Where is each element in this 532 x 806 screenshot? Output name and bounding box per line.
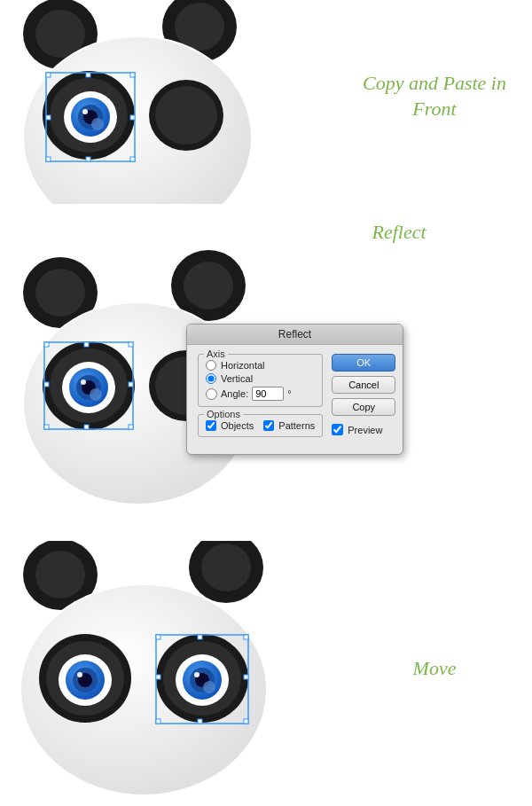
svg-point-26 bbox=[35, 269, 85, 317]
svg-rect-69 bbox=[244, 719, 248, 724]
svg-rect-9 bbox=[46, 73, 51, 77]
copy-paste-label: Copy and Paste in Front bbox=[355, 71, 514, 121]
cancel-button[interactable]: Cancel bbox=[332, 376, 395, 394]
svg-rect-71 bbox=[198, 719, 202, 724]
objects-label: Objects bbox=[221, 420, 254, 431]
svg-rect-40 bbox=[44, 382, 49, 387]
svg-point-79 bbox=[203, 681, 215, 693]
svg-point-24 bbox=[155, 86, 217, 145]
angle-label: Angle: bbox=[221, 388, 248, 399]
copy-button[interactable]: Copy bbox=[332, 398, 395, 416]
svg-point-46 bbox=[81, 380, 86, 385]
panda-1 bbox=[0, 0, 275, 204]
reflect-label: Reflect bbox=[319, 220, 479, 246]
svg-rect-66 bbox=[156, 635, 160, 639]
section-1: Copy and Paste in Front bbox=[0, 0, 532, 204]
objects-checkbox[interactable] bbox=[206, 420, 216, 431]
angle-radio[interactable] bbox=[206, 388, 217, 400]
svg-rect-73 bbox=[244, 675, 248, 679]
horizontal-label: Horizontal bbox=[221, 360, 265, 371]
svg-rect-36 bbox=[44, 425, 49, 429]
svg-rect-14 bbox=[86, 157, 90, 161]
svg-point-21 bbox=[82, 109, 88, 114]
svg-rect-15 bbox=[46, 115, 51, 120]
section-2: Reflect bbox=[0, 204, 532, 541]
svg-point-22 bbox=[91, 118, 104, 130]
svg-point-53 bbox=[201, 544, 251, 591]
svg-rect-37 bbox=[129, 425, 133, 429]
svg-point-3 bbox=[175, 3, 224, 51]
svg-rect-13 bbox=[86, 73, 90, 77]
degree-symbol: ° bbox=[287, 388, 291, 399]
svg-rect-12 bbox=[130, 157, 135, 161]
svg-rect-38 bbox=[84, 342, 89, 347]
svg-rect-10 bbox=[130, 73, 135, 77]
svg-rect-70 bbox=[198, 635, 202, 639]
panda-3 bbox=[0, 541, 337, 798]
ok-button[interactable]: OK bbox=[332, 354, 395, 372]
patterns-label: Patterns bbox=[278, 420, 315, 431]
dialog-title: Reflect bbox=[187, 325, 403, 345]
svg-point-62 bbox=[77, 672, 82, 677]
options-group: Options Objects Patterns bbox=[198, 414, 323, 437]
svg-point-47 bbox=[90, 388, 102, 401]
preview-checkbox[interactable] bbox=[332, 424, 343, 435]
svg-rect-72 bbox=[156, 675, 160, 679]
vertical-radio[interactable] bbox=[206, 373, 216, 384]
options-label: Options bbox=[204, 409, 243, 419]
svg-rect-16 bbox=[130, 115, 135, 120]
reflect-dialog: Reflect Axis Horizontal Vertical bbox=[186, 324, 403, 455]
svg-point-28 bbox=[184, 262, 233, 309]
horizontal-radio[interactable] bbox=[206, 360, 216, 371]
svg-rect-39 bbox=[84, 425, 89, 429]
svg-point-78 bbox=[194, 672, 200, 677]
section-3: Move bbox=[0, 541, 532, 806]
patterns-checkbox[interactable] bbox=[263, 420, 274, 431]
angle-input[interactable] bbox=[252, 387, 284, 401]
axis-label: Axis bbox=[204, 348, 228, 359]
svg-rect-67 bbox=[244, 635, 248, 639]
svg-rect-35 bbox=[129, 342, 133, 347]
svg-rect-34 bbox=[44, 342, 49, 347]
preview-label: Preview bbox=[348, 425, 382, 435]
svg-rect-41 bbox=[129, 382, 133, 387]
move-label: Move bbox=[355, 656, 514, 682]
vertical-label: Vertical bbox=[221, 373, 253, 384]
axis-group: Axis Horizontal Vertical Angle: ° bbox=[198, 354, 323, 407]
svg-rect-68 bbox=[156, 719, 160, 724]
svg-point-51 bbox=[35, 551, 85, 599]
svg-rect-11 bbox=[46, 157, 51, 161]
